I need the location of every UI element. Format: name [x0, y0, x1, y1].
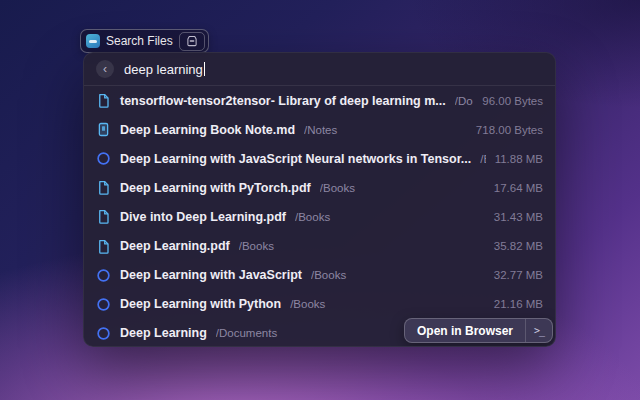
inbox-tray-icon — [185, 35, 199, 47]
inbox-tray-button[interactable] — [179, 32, 205, 51]
search-files-app-icon — [86, 34, 100, 48]
file-name: Deep Learning with JavaScript — [120, 268, 302, 282]
result-row[interactable]: Deep Learning with JavaScript Neural net… — [84, 144, 555, 173]
file-name: Deep Learning with JavaScript Neural net… — [120, 152, 471, 166]
file-path: /Documents/Graduate S... — [455, 95, 474, 107]
note-file-icon — [96, 122, 111, 137]
file-size: 718.00 Bytes — [476, 124, 543, 136]
file-size: 35.82 MB — [494, 240, 543, 252]
document-icon — [96, 93, 111, 108]
document-icon — [96, 239, 111, 254]
file-name: Deep Learning Book Note.md — [120, 123, 295, 137]
file-path: /Notes — [304, 124, 467, 136]
search-query-text: deep learning — [124, 62, 203, 77]
circle-file-icon — [96, 151, 111, 166]
file-path: /Books/Deep Learning wi... — [480, 153, 485, 165]
search-input[interactable]: deep learning — [124, 62, 205, 77]
file-size: 96.00 Bytes — [482, 95, 543, 107]
result-row[interactable]: Dive into Deep Learning.pdf /Books 31.43… — [84, 202, 555, 231]
search-bar: ‹ deep learning — [84, 53, 555, 85]
file-name: Dive into Deep Learning.pdf — [120, 210, 286, 224]
file-path: /Books — [311, 269, 485, 281]
result-row[interactable]: Deep Learning.pdf /Books 35.82 MB — [84, 231, 555, 260]
document-icon — [96, 180, 111, 195]
result-row[interactable]: Deep Learning with Python /Books 21.16 M… — [84, 290, 555, 319]
file-size: 17.64 MB — [494, 182, 543, 194]
document-icon — [96, 209, 111, 224]
file-size: 11.88 MB — [495, 153, 543, 165]
file-name: Deep Learning with PyTorch.pdf — [120, 181, 311, 195]
file-name: Deep Learning with Python — [120, 297, 281, 311]
back-button[interactable]: ‹ — [96, 60, 114, 78]
file-path: /Books — [320, 182, 485, 194]
file-path: /Books — [239, 240, 485, 252]
results-list: tensorflow-tensor2tensor- Library of dee… — [84, 86, 555, 346]
search-files-pill[interactable]: Search Files — [80, 29, 209, 53]
circle-file-icon — [96, 297, 111, 312]
file-size: 31.43 MB — [494, 211, 543, 223]
file-name: tensorflow-tensor2tensor- Library of dee… — [120, 94, 446, 108]
result-row[interactable]: Deep Learning with JavaScript /Books 32.… — [84, 261, 555, 290]
file-size: 32.77 MB — [494, 269, 543, 281]
result-row[interactable]: Deep Learning Book Note.md /Notes 718.00… — [84, 115, 555, 144]
file-path: /Books — [290, 298, 485, 310]
open-in-browser-label: Open in Browser — [405, 324, 525, 338]
file-name: Deep Learning.pdf — [120, 239, 230, 253]
search-files-label: Search Files — [106, 34, 173, 48]
file-name: Deep Learning — [120, 326, 207, 340]
file-size: 21.16 MB — [494, 298, 543, 310]
circle-file-icon — [96, 268, 111, 283]
circle-file-icon — [96, 326, 111, 341]
result-row[interactable]: tensorflow-tensor2tensor- Library of dee… — [84, 86, 555, 115]
result-row[interactable]: Deep Learning with PyTorch.pdf /Books 17… — [84, 173, 555, 202]
enter-key-icon: >_ — [526, 325, 552, 336]
open-in-browser-button[interactable]: Open in Browser >_ — [404, 318, 553, 343]
search-panel: ‹ deep learning tensorflow-tensor2tensor… — [83, 52, 556, 347]
file-path: /Books — [295, 211, 485, 223]
text-caret — [204, 62, 206, 76]
